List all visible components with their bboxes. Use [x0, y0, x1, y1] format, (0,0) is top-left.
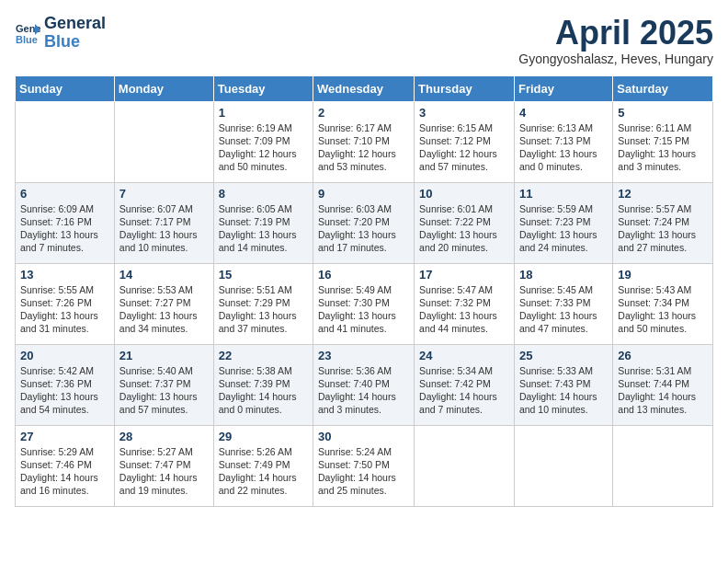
- day-number: 28: [119, 430, 209, 443]
- col-header-monday: Monday: [114, 75, 213, 101]
- location-title: Gyongyoshalasz, Heves, Hungary: [518, 52, 713, 66]
- calendar-cell: 6Sunrise: 6:09 AMSunset: 7:16 PMDaylight…: [16, 182, 115, 263]
- day-info: Sunrise: 5:45 AMSunset: 7:33 PMDaylight:…: [519, 283, 608, 336]
- day-number: 7: [119, 187, 209, 201]
- day-number: 21: [119, 349, 209, 362]
- day-info: Sunrise: 6:09 AMSunset: 7:16 PMDaylight:…: [20, 202, 109, 255]
- day-info: Sunrise: 5:29 AMSunset: 7:46 PMDaylight:…: [20, 445, 109, 498]
- day-info: Sunrise: 6:03 AMSunset: 7:20 PMDaylight:…: [318, 202, 409, 255]
- day-info: Sunrise: 5:53 AMSunset: 7:27 PMDaylight:…: [119, 283, 209, 336]
- day-info: Sunrise: 5:43 AMSunset: 7:34 PMDaylight:…: [618, 283, 708, 336]
- day-number: 18: [519, 268, 608, 282]
- day-info: Sunrise: 6:01 AMSunset: 7:22 PMDaylight:…: [419, 202, 509, 255]
- day-info: Sunrise: 6:17 AMSunset: 7:10 PMDaylight:…: [318, 121, 409, 174]
- calendar-cell: 8Sunrise: 6:05 AMSunset: 7:19 PMDaylight…: [213, 182, 313, 263]
- calendar-header-row: SundayMondayTuesdayWednesdayThursdayFrid…: [16, 75, 713, 101]
- day-info: Sunrise: 5:33 AMSunset: 7:43 PMDaylight:…: [519, 364, 608, 417]
- calendar-cell: 18Sunrise: 5:45 AMSunset: 7:33 PMDayligh…: [514, 263, 612, 344]
- day-number: 14: [119, 268, 209, 282]
- logo-icon: General Blue: [15, 20, 40, 46]
- day-info: Sunrise: 5:55 AMSunset: 7:26 PMDaylight:…: [20, 283, 109, 336]
- day-number: 29: [219, 430, 308, 443]
- day-info: Sunrise: 6:07 AMSunset: 7:17 PMDaylight:…: [119, 202, 209, 255]
- logo-blue-text: Blue: [44, 33, 106, 52]
- day-info: Sunrise: 5:36 AMSunset: 7:40 PMDaylight:…: [318, 364, 409, 417]
- calendar-cell: 14Sunrise: 5:53 AMSunset: 7:27 PMDayligh…: [114, 263, 213, 344]
- title-section: April 2025 Gyongyoshalasz, Heves, Hungar…: [518, 15, 713, 66]
- calendar-cell: 1Sunrise: 6:19 AMSunset: 7:09 PMDaylight…: [213, 101, 313, 182]
- day-number: 30: [318, 430, 409, 443]
- calendar-cell: 28Sunrise: 5:27 AMSunset: 7:47 PMDayligh…: [114, 425, 213, 506]
- day-number: 1: [219, 106, 308, 120]
- month-title: April 2025: [518, 15, 713, 52]
- day-number: 19: [618, 268, 708, 282]
- calendar-cell: 24Sunrise: 5:34 AMSunset: 7:42 PMDayligh…: [415, 344, 515, 425]
- calendar-cell: 22Sunrise: 5:38 AMSunset: 7:39 PMDayligh…: [213, 344, 313, 425]
- col-header-wednesday: Wednesday: [313, 75, 415, 101]
- day-number: 25: [519, 349, 608, 362]
- day-number: 4: [519, 106, 608, 120]
- calendar-cell: 11Sunrise: 5:59 AMSunset: 7:23 PMDayligh…: [514, 182, 612, 263]
- col-header-friday: Friday: [514, 75, 612, 101]
- day-number: 13: [20, 268, 109, 282]
- day-info: Sunrise: 5:24 AMSunset: 7:50 PMDaylight:…: [318, 445, 409, 498]
- day-number: 22: [219, 349, 308, 362]
- calendar-cell: [613, 425, 713, 506]
- day-info: Sunrise: 5:51 AMSunset: 7:29 PMDaylight:…: [219, 283, 308, 336]
- calendar-cell: 21Sunrise: 5:40 AMSunset: 7:37 PMDayligh…: [114, 344, 213, 425]
- calendar-cell: 20Sunrise: 5:42 AMSunset: 7:36 PMDayligh…: [16, 344, 115, 425]
- calendar-week-2: 6Sunrise: 6:09 AMSunset: 7:16 PMDaylight…: [16, 182, 713, 263]
- day-number: 23: [318, 349, 409, 362]
- calendar-cell: 9Sunrise: 6:03 AMSunset: 7:20 PMDaylight…: [313, 182, 415, 263]
- calendar-cell: 3Sunrise: 6:15 AMSunset: 7:12 PMDaylight…: [415, 101, 515, 182]
- day-number: 12: [618, 187, 708, 201]
- day-number: 5: [618, 106, 708, 120]
- day-info: Sunrise: 6:19 AMSunset: 7:09 PMDaylight:…: [219, 121, 308, 174]
- col-header-sunday: Sunday: [16, 75, 115, 101]
- calendar-week-5: 27Sunrise: 5:29 AMSunset: 7:46 PMDayligh…: [16, 425, 713, 506]
- calendar-week-4: 20Sunrise: 5:42 AMSunset: 7:36 PMDayligh…: [16, 344, 713, 425]
- logo-text: General Blue: [44, 15, 106, 52]
- col-header-thursday: Thursday: [415, 75, 515, 101]
- day-info: Sunrise: 5:34 AMSunset: 7:42 PMDaylight:…: [419, 364, 509, 417]
- calendar-cell: 10Sunrise: 6:01 AMSunset: 7:22 PMDayligh…: [415, 182, 515, 263]
- day-info: Sunrise: 5:40 AMSunset: 7:37 PMDaylight:…: [119, 364, 209, 417]
- calendar-cell: 4Sunrise: 6:13 AMSunset: 7:13 PMDaylight…: [514, 101, 612, 182]
- day-info: Sunrise: 5:47 AMSunset: 7:32 PMDaylight:…: [419, 283, 509, 336]
- day-number: 17: [419, 268, 509, 282]
- calendar-table: SundayMondayTuesdayWednesdayThursdayFrid…: [15, 75, 713, 507]
- day-number: 27: [20, 430, 109, 443]
- day-info: Sunrise: 6:13 AMSunset: 7:13 PMDaylight:…: [519, 121, 608, 174]
- logo-general-text: General: [44, 15, 106, 33]
- day-number: 3: [419, 106, 509, 120]
- day-info: Sunrise: 5:27 AMSunset: 7:47 PMDaylight:…: [119, 445, 209, 498]
- calendar-cell: 19Sunrise: 5:43 AMSunset: 7:34 PMDayligh…: [613, 263, 713, 344]
- calendar-cell: 27Sunrise: 5:29 AMSunset: 7:46 PMDayligh…: [16, 425, 115, 506]
- day-info: Sunrise: 5:42 AMSunset: 7:36 PMDaylight:…: [20, 364, 109, 417]
- calendar-cell: 16Sunrise: 5:49 AMSunset: 7:30 PMDayligh…: [313, 263, 415, 344]
- calendar-cell: [16, 101, 115, 182]
- calendar-cell: 29Sunrise: 5:26 AMSunset: 7:49 PMDayligh…: [213, 425, 313, 506]
- calendar-cell: 2Sunrise: 6:17 AMSunset: 7:10 PMDaylight…: [313, 101, 415, 182]
- day-number: 16: [318, 268, 409, 282]
- day-number: 9: [318, 187, 409, 201]
- day-info: Sunrise: 5:59 AMSunset: 7:23 PMDaylight:…: [519, 202, 608, 255]
- day-number: 6: [20, 187, 109, 201]
- col-header-tuesday: Tuesday: [213, 75, 313, 101]
- calendar-cell: [514, 425, 612, 506]
- day-number: 26: [618, 349, 708, 362]
- day-info: Sunrise: 5:26 AMSunset: 7:49 PMDaylight:…: [219, 445, 308, 498]
- calendar-cell: 15Sunrise: 5:51 AMSunset: 7:29 PMDayligh…: [213, 263, 313, 344]
- calendar-week-3: 13Sunrise: 5:55 AMSunset: 7:26 PMDayligh…: [16, 263, 713, 344]
- calendar-cell: [415, 425, 515, 506]
- day-number: 24: [419, 349, 509, 362]
- day-info: Sunrise: 6:05 AMSunset: 7:19 PMDaylight:…: [219, 202, 308, 255]
- logo: General Blue General Blue: [15, 15, 106, 52]
- calendar-cell: 7Sunrise: 6:07 AMSunset: 7:17 PMDaylight…: [114, 182, 213, 263]
- day-info: Sunrise: 6:15 AMSunset: 7:12 PMDaylight:…: [419, 121, 509, 174]
- calendar-cell: 13Sunrise: 5:55 AMSunset: 7:26 PMDayligh…: [16, 263, 115, 344]
- day-info: Sunrise: 5:57 AMSunset: 7:24 PMDaylight:…: [618, 202, 708, 255]
- calendar-cell: 30Sunrise: 5:24 AMSunset: 7:50 PMDayligh…: [313, 425, 415, 506]
- calendar-cell: [114, 101, 213, 182]
- calendar-week-1: 1Sunrise: 6:19 AMSunset: 7:09 PMDaylight…: [16, 101, 713, 182]
